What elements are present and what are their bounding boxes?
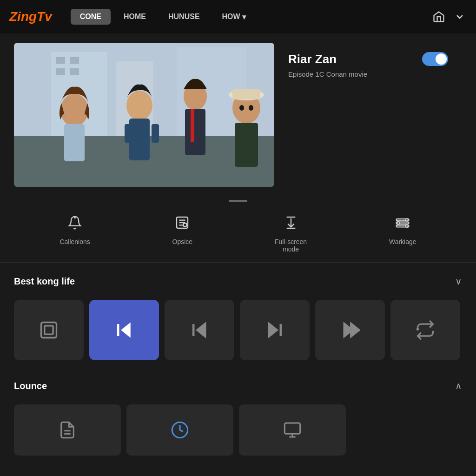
svg-point-49 — [416, 328, 419, 331]
scroll-indicator — [0, 196, 476, 206]
control-next-button[interactable] — [240, 300, 310, 360]
control-repeat-button[interactable] — [390, 300, 460, 360]
action-callenions[interactable]: Callenions — [60, 215, 90, 253]
hero-subtitle: Episode 1C Conan movie — [288, 70, 462, 78]
hero-thumbnail[interactable] — [14, 43, 274, 187]
svg-point-37 — [397, 222, 399, 224]
action-warkiage[interactable]: Warkiage — [389, 215, 416, 253]
home-icon-button[interactable] — [430, 8, 447, 25]
svg-rect-15 — [152, 124, 159, 143]
best-kong-life-title: Best kong life — [14, 276, 75, 287]
lounce-chevron: ∧ — [455, 380, 462, 391]
fullscreen-icon — [284, 215, 298, 233]
toggle-switch[interactable] — [422, 52, 448, 66]
svg-rect-8 — [70, 68, 79, 75]
svg-marker-41 — [122, 323, 130, 337]
svg-marker-48 — [351, 323, 359, 337]
svg-point-10 — [60, 94, 88, 126]
opsice-label: Opsice — [172, 238, 193, 245]
svg-point-12 — [126, 91, 152, 120]
svg-rect-5 — [56, 57, 65, 64]
svg-rect-6 — [70, 57, 79, 64]
actions-row: Callenions Opsice Full-screen mode — [0, 206, 476, 263]
best-kong-life-chevron: ∨ — [455, 276, 462, 287]
svg-point-36 — [406, 218, 408, 221]
control-prev-button[interactable] — [165, 300, 234, 360]
logo[interactable]: ZingTv — [9, 9, 52, 24]
svg-rect-53 — [284, 423, 300, 434]
svg-rect-24 — [235, 123, 258, 167]
callenions-icon — [67, 215, 82, 233]
nav-bar: CONE HOME HUNUSE HOW ▾ — [71, 9, 426, 25]
scroll-dot — [229, 200, 247, 202]
svg-rect-17 — [185, 109, 205, 155]
control-skip-button[interactable] — [315, 300, 385, 360]
chevron-down-button[interactable] — [453, 10, 467, 24]
svg-rect-21 — [232, 89, 260, 99]
svg-marker-45 — [269, 323, 277, 337]
svg-rect-14 — [125, 124, 132, 143]
svg-rect-40 — [45, 326, 53, 334]
section-header-best-kong-life[interactable]: Best kong life ∨ — [9, 267, 467, 295]
svg-rect-30 — [184, 223, 187, 226]
svg-rect-13 — [129, 119, 150, 160]
nav-arrow-icon: ▾ — [242, 13, 246, 21]
hero-section: Riar Zan Episode 1C Conan movie — [0, 33, 476, 196]
lounce-section-header[interactable]: Lounce ∧ — [9, 372, 467, 400]
nav-item-cone[interactable]: CONE — [71, 9, 111, 25]
lounce-item-1[interactable] — [14, 404, 121, 456]
svg-point-38 — [406, 225, 408, 227]
nav-item-how[interactable]: HOW ▾ — [213, 9, 255, 25]
opsice-icon — [175, 215, 190, 233]
lounce-item-2[interactable] — [126, 404, 233, 456]
lounce-title: Lounce — [14, 381, 47, 391]
svg-point-22 — [239, 105, 244, 111]
svg-point-23 — [249, 105, 253, 111]
lounce-item-3[interactable] — [239, 404, 346, 456]
nav-item-home[interactable]: HOME — [114, 9, 155, 25]
svg-rect-18 — [191, 109, 194, 142]
nav-right — [430, 8, 467, 25]
hero-info-wrapper: Riar Zan Episode 1C Conan movie — [288, 43, 462, 78]
best-kong-life-section: Best kong life ∨ — [0, 267, 476, 370]
warkiage-icon — [395, 215, 410, 233]
action-opsice[interactable]: Opsice — [172, 215, 193, 253]
warkiage-label: Warkiage — [389, 238, 416, 245]
control-rewind-button[interactable] — [89, 300, 159, 360]
action-fullscreen[interactable]: Full-screen mode — [275, 215, 307, 253]
control-box-button[interactable] — [14, 300, 84, 360]
fullscreen-label: Full-screen mode — [275, 238, 307, 253]
callenions-label: Callenions — [60, 238, 90, 245]
svg-rect-39 — [41, 323, 57, 338]
svg-rect-7 — [56, 68, 65, 75]
header: ZingTv CONE HOME HUNUSE HOW ▾ — [0, 0, 476, 33]
svg-point-25 — [74, 217, 76, 218]
nav-item-hunuse[interactable]: HUNUSE — [159, 9, 209, 25]
lounce-section: Lounce ∧ — [0, 372, 476, 460]
toggle-knob — [436, 53, 447, 65]
playback-controls — [9, 295, 467, 370]
lounce-items — [9, 400, 467, 460]
svg-rect-11 — [64, 124, 85, 161]
svg-marker-43 — [197, 323, 205, 337]
